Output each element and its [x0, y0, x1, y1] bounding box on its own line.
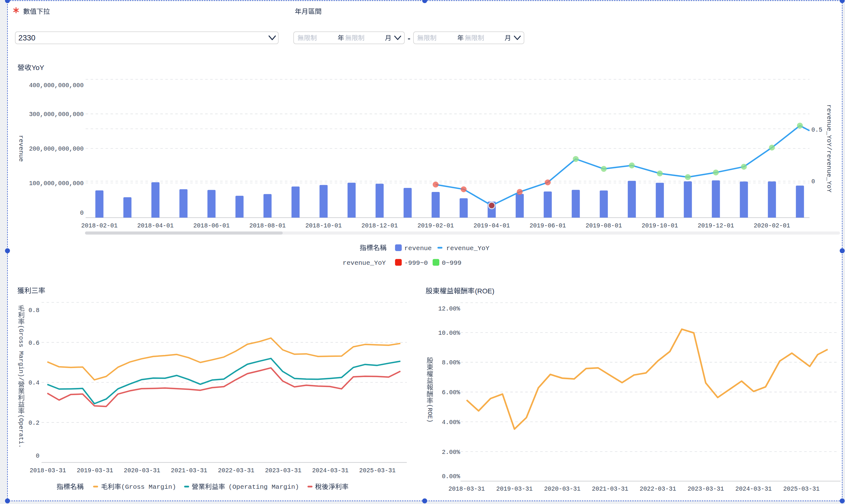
svg-text:2.00%: 2.00% — [442, 449, 460, 456]
svg-text:0.8: 0.8 — [29, 307, 39, 314]
svg-text:400,000,000,000: 400,000,000,000 — [29, 82, 84, 89]
svg-text:0~999: 0~999 — [442, 259, 461, 267]
svg-text:12.00%: 12.00% — [438, 306, 460, 312]
svg-text:2020-02-01: 2020-02-01 — [754, 222, 790, 229]
svg-text:(ROE): (ROE) — [475, 287, 495, 295]
svg-text:4.00%: 4.00% — [442, 419, 460, 426]
svg-text:revenue: revenue — [17, 135, 24, 162]
svg-text:2018-12-01: 2018-12-01 — [361, 222, 398, 229]
svg-text:100,000,000,000: 100,000,000,000 — [29, 180, 84, 187]
svg-text:0.2: 0.2 — [29, 420, 39, 427]
svg-text:2023-03-31: 2023-03-31 — [688, 486, 724, 492]
svg-text:revenue_YoY: revenue_YoY — [446, 245, 489, 252]
svg-text:2019-12-01: 2019-12-01 — [698, 222, 734, 229]
svg-text:2021-03-31: 2021-03-31 — [171, 467, 207, 474]
svg-text:0: 0 — [811, 178, 815, 185]
svg-text:2018-08-01: 2018-08-01 — [249, 222, 286, 229]
svg-text:8.00%: 8.00% — [442, 359, 460, 366]
svg-text:2018-02-01: 2018-02-01 — [81, 222, 118, 229]
svg-text:0.00%: 0.00% — [442, 473, 460, 480]
svg-text:2025-03-31: 2025-03-31 — [783, 486, 820, 492]
svg-text:YoY: YoY — [32, 64, 44, 72]
svg-text:2019-03-31: 2019-03-31 — [76, 467, 113, 474]
svg-text:0: 0 — [36, 453, 39, 460]
svg-text:(Operating Margin): (Operating Margin) — [228, 484, 299, 491]
svg-text:2330: 2330 — [18, 34, 35, 42]
svg-text:2020-03-31: 2020-03-31 — [124, 467, 160, 474]
svg-text:2018-06-01: 2018-06-01 — [193, 222, 230, 229]
svg-text:2019-08-01: 2019-08-01 — [586, 222, 622, 229]
svg-text:2020-03-31: 2020-03-31 — [544, 486, 580, 492]
svg-text:2018-03-31: 2018-03-31 — [30, 467, 66, 474]
svg-text:(Gross Margin): (Gross Margin) — [121, 484, 176, 491]
svg-text:2019-06-01: 2019-06-01 — [530, 222, 566, 229]
svg-text:(Gross Margin)/: (Gross Margin)/ — [17, 325, 24, 381]
svg-text:-999~0: -999~0 — [404, 259, 428, 267]
svg-text:10.00%: 10.00% — [438, 330, 460, 337]
svg-text:2019-10-01: 2019-10-01 — [642, 222, 678, 229]
svg-text:revenue_YoY: revenue_YoY — [343, 259, 386, 267]
svg-text:2018-04-01: 2018-04-01 — [137, 222, 174, 229]
svg-text:2018-03-31: 2018-03-31 — [448, 486, 485, 492]
svg-text:0: 0 — [80, 210, 84, 217]
svg-text:2022-03-31: 2022-03-31 — [218, 467, 254, 474]
svg-text:(ROE): (ROE) — [426, 404, 433, 423]
svg-text:2024-03-31: 2024-03-31 — [312, 467, 348, 474]
svg-text:2023-03-31: 2023-03-31 — [265, 467, 301, 474]
svg-text:6.00%: 6.00% — [442, 389, 460, 396]
svg-text:2021-03-31: 2021-03-31 — [592, 486, 628, 492]
svg-text:2025-03-31: 2025-03-31 — [359, 467, 396, 474]
svg-text:revenue_YoY/revenue_YoY: revenue_YoY/revenue_YoY — [825, 105, 832, 193]
svg-text:2022-03-31: 2022-03-31 — [640, 486, 676, 492]
svg-text:0.5: 0.5 — [811, 127, 822, 133]
svg-text:0.4: 0.4 — [29, 380, 39, 386]
svg-text:(Operati.: (Operati. — [17, 414, 24, 448]
svg-text:2019-04-01: 2019-04-01 — [473, 222, 510, 229]
svg-text:2019-03-31: 2019-03-31 — [496, 486, 533, 492]
svg-text:revenue: revenue — [404, 245, 432, 252]
svg-text:2019-02-01: 2019-02-01 — [417, 222, 454, 229]
svg-text:2024-03-31: 2024-03-31 — [736, 486, 772, 492]
svg-text:200,000,000,000: 200,000,000,000 — [29, 146, 84, 152]
svg-text:0.6: 0.6 — [29, 340, 39, 346]
svg-text:2018-10-01: 2018-10-01 — [306, 222, 342, 229]
svg-text:300,000,000,000: 300,000,000,000 — [29, 111, 84, 118]
